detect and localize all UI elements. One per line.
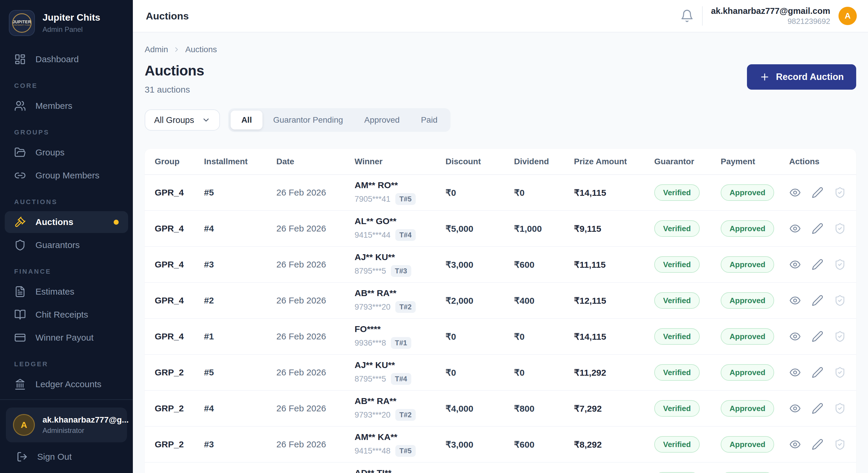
winner-name: AD** TI** bbox=[354, 468, 445, 473]
nav-section-ledger: LEDGER bbox=[14, 360, 128, 368]
tab-guarantor-pending[interactable]: Guarantor Pending bbox=[262, 110, 354, 130]
cell-discount: ₹0 bbox=[445, 332, 514, 342]
sidebar-item-estimates[interactable]: Estimates bbox=[5, 281, 128, 303]
payment-status-badge: Approved bbox=[721, 400, 774, 417]
cell-group: GPR_4 bbox=[155, 296, 204, 305]
group-filter-value: All Groups bbox=[154, 115, 194, 125]
edit-icon[interactable] bbox=[812, 367, 824, 378]
ticket-badge: T#3 bbox=[391, 265, 411, 277]
edit-icon[interactable] bbox=[812, 295, 824, 306]
verify-shield-icon[interactable] bbox=[834, 331, 846, 342]
guarantor-status-badge: Verified bbox=[654, 292, 700, 309]
cell-guarantor: Verified bbox=[654, 364, 721, 381]
winner-name: AL** GO** bbox=[354, 216, 445, 226]
sidebar-item-dashboard[interactable]: Dashboard bbox=[5, 48, 128, 70]
cell-prize-amount: ₹12,115 bbox=[574, 296, 654, 306]
table-row: GRP_2#226 Feb 2026AD** TI**9140***13T#3₹… bbox=[145, 463, 856, 473]
cell-actions bbox=[789, 439, 846, 450]
winner-phone: 9793***20 bbox=[354, 303, 391, 312]
guarantor-status-badge: Verified bbox=[654, 184, 700, 201]
notification-bell-icon[interactable] bbox=[680, 9, 694, 23]
cell-discount: ₹5,000 bbox=[445, 224, 514, 234]
sign-out-button[interactable]: Sign Out bbox=[6, 446, 127, 468]
table-header-row: GroupInstallmentDateWinnerDiscountDivide… bbox=[145, 149, 856, 175]
brand: JUPITER FRATERNITY FUND Jupiter Chits Ad… bbox=[0, 0, 133, 43]
winner-name: AM** RO** bbox=[354, 180, 445, 190]
view-icon[interactable] bbox=[789, 367, 801, 378]
breadcrumb-admin[interactable]: Admin bbox=[145, 45, 168, 54]
status-tabs: AllGuarantor PendingApprovedPaid bbox=[228, 108, 450, 132]
winner-subline: 8795***5T#3 bbox=[354, 265, 445, 277]
sidebar-item-auctions[interactable]: Auctions bbox=[5, 211, 128, 233]
group-filter-select[interactable]: All Groups bbox=[145, 109, 220, 131]
tab-all[interactable]: All bbox=[230, 110, 262, 130]
book-icon bbox=[14, 309, 26, 320]
edit-icon[interactable] bbox=[812, 223, 824, 234]
tab-paid[interactable]: Paid bbox=[410, 110, 448, 130]
tab-approved[interactable]: Approved bbox=[354, 110, 410, 130]
record-auction-label: Record Auction bbox=[776, 72, 844, 82]
winner-phone: 7905***41 bbox=[354, 195, 391, 204]
sidebar-item-ledger-accounts[interactable]: Ledger Accounts bbox=[5, 373, 128, 395]
column-header-group: Group bbox=[155, 157, 204, 166]
edit-icon[interactable] bbox=[812, 403, 824, 414]
sidebar-item-label: Ledger Accounts bbox=[35, 379, 101, 389]
view-icon[interactable] bbox=[789, 259, 801, 270]
sidebar-nav: DashboardCOREMembersGROUPSGroupsGroup Me… bbox=[0, 43, 133, 399]
sidebar-item-group-members[interactable]: Group Members bbox=[5, 165, 128, 187]
view-icon[interactable] bbox=[789, 187, 801, 199]
sidebar-item-winner-payout[interactable]: Winner Payout bbox=[5, 327, 128, 348]
verify-shield-icon[interactable] bbox=[834, 439, 846, 450]
edit-icon[interactable] bbox=[812, 259, 824, 270]
verify-shield-icon[interactable] bbox=[834, 187, 846, 199]
sidebar-user-card[interactable]: A ak.khanarbaz777@g... Administrator bbox=[6, 408, 127, 442]
verify-shield-icon[interactable] bbox=[834, 367, 846, 378]
cell-prize-amount: ₹14,115 bbox=[574, 332, 654, 342]
verify-shield-icon[interactable] bbox=[834, 223, 846, 234]
view-icon[interactable] bbox=[789, 403, 801, 414]
brand-subtitle: Admin Panel bbox=[42, 25, 100, 34]
topbar-avatar[interactable]: A bbox=[838, 7, 857, 25]
sidebar-avatar: A bbox=[13, 414, 35, 436]
auction-count: 31 auctions bbox=[145, 85, 204, 95]
verify-shield-icon[interactable] bbox=[834, 295, 846, 306]
brand-logo: JUPITER FRATERNITY FUND bbox=[9, 10, 35, 36]
cell-installment: #4 bbox=[204, 224, 276, 234]
page-content: Admin Auctions Auctions 31 auctions Reco… bbox=[133, 32, 868, 473]
edit-icon[interactable] bbox=[812, 439, 824, 450]
cell-payment: Approved bbox=[721, 328, 789, 345]
sidebar-item-members[interactable]: Members bbox=[5, 95, 128, 117]
winner-name: AB** RA** bbox=[354, 396, 445, 406]
column-header-installment: Installment bbox=[204, 157, 276, 166]
folder-icon bbox=[14, 146, 26, 158]
view-icon[interactable] bbox=[789, 439, 801, 450]
cell-guarantor: Verified bbox=[654, 184, 721, 201]
winner-phone: 9415***48 bbox=[354, 446, 391, 455]
verify-shield-icon[interactable] bbox=[834, 403, 846, 414]
sidebar-item-chit-receipts[interactable]: Chit Receipts bbox=[5, 304, 128, 326]
cell-payment: Approved bbox=[721, 292, 789, 309]
cell-prize-amount: ₹9,115 bbox=[574, 224, 654, 234]
cell-group: GRP_2 bbox=[155, 439, 204, 449]
cell-installment: #3 bbox=[204, 260, 276, 270]
edit-icon[interactable] bbox=[812, 187, 824, 199]
cell-payment: Approved bbox=[721, 220, 789, 237]
edit-icon[interactable] bbox=[812, 331, 824, 342]
view-icon[interactable] bbox=[789, 295, 801, 306]
column-header-discount: Discount bbox=[445, 157, 514, 166]
winner-subline: 9415***44T#4 bbox=[354, 229, 445, 241]
cell-winner: AJ** KU**8795***5T#3 bbox=[354, 252, 445, 277]
view-icon[interactable] bbox=[789, 223, 801, 234]
sidebar-item-label: Dashboard bbox=[35, 54, 79, 64]
page-title: Auctions bbox=[145, 63, 204, 79]
record-auction-button[interactable]: Record Auction bbox=[747, 64, 856, 90]
sidebar-item-guarantors[interactable]: Guarantors bbox=[5, 234, 128, 256]
payment-status-badge: Approved bbox=[721, 292, 774, 309]
verify-shield-icon[interactable] bbox=[834, 259, 846, 270]
cell-installment: #5 bbox=[204, 188, 276, 198]
cell-date: 26 Feb 2026 bbox=[276, 367, 354, 377]
view-icon[interactable] bbox=[789, 331, 801, 342]
sidebar-item-groups[interactable]: Groups bbox=[5, 141, 128, 163]
active-indicator-dot bbox=[114, 220, 119, 225]
guarantor-status-badge: Verified bbox=[654, 256, 700, 273]
